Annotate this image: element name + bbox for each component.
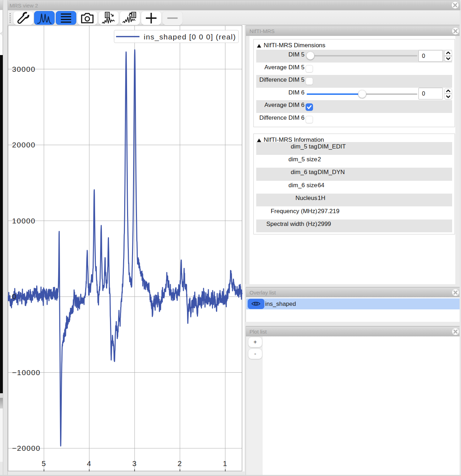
- svg-text:20000: 20000: [12, 141, 35, 149]
- svg-text:1: 1: [223, 459, 227, 467]
- svg-text:4: 4: [87, 459, 92, 467]
- svg-text:2: 2: [177, 459, 182, 467]
- svg-text:−10000: −10000: [12, 368, 40, 377]
- svg-text:10000: 10000: [12, 217, 35, 225]
- svg-text:30000: 30000: [12, 65, 35, 73]
- svg-text:ins_shaped [0 0 0] (real): ins_shaped [0 0 0] (real): [144, 33, 236, 41]
- svg-text:0: 0: [12, 292, 17, 301]
- svg-text:−20000: −20000: [12, 444, 40, 452]
- svg-text:5: 5: [42, 459, 46, 467]
- svg-text:3: 3: [132, 459, 137, 467]
